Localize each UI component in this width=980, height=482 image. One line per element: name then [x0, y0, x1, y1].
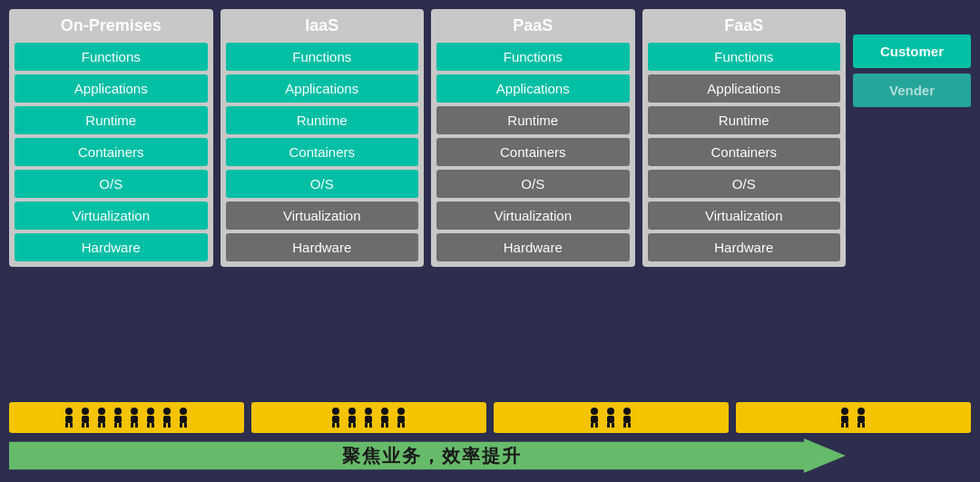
svg-rect-21 — [147, 416, 154, 423]
cell-virtualization: Virtualization — [436, 202, 630, 230]
svg-rect-65 — [841, 416, 848, 423]
svg-point-48 — [397, 408, 405, 415]
cell-functions: Functions — [15, 43, 208, 71]
svg-rect-61 — [623, 416, 631, 423]
svg-rect-27 — [168, 423, 171, 428]
column-title-faas: FaaS — [648, 16, 841, 35]
svg-rect-3 — [70, 423, 73, 428]
svg-rect-37 — [348, 416, 356, 423]
column-on-premises: On-PremisesFunctionsApplicationsRuntimeC… — [9, 9, 213, 267]
svg-rect-62 — [623, 423, 626, 428]
svg-point-20 — [147, 408, 154, 415]
people-cell-paas — [494, 402, 729, 433]
svg-rect-55 — [595, 423, 598, 428]
column-iaas: IaaSFunctionsApplicationsRuntimeContaine… — [220, 9, 425, 267]
cell-o-s: O/S — [15, 170, 208, 198]
svg-rect-7 — [86, 423, 89, 428]
svg-rect-5 — [82, 416, 89, 423]
column-title-iaas: IaaS — [226, 16, 419, 35]
cell-runtime: Runtime — [15, 106, 208, 134]
main-container: On-PremisesFunctionsApplicationsRuntimeC… — [0, 0, 980, 482]
arrow-shape: 聚焦业务，效率提升 — [9, 438, 846, 473]
svg-rect-35 — [337, 423, 339, 428]
svg-point-12 — [114, 408, 122, 415]
svg-rect-19 — [135, 423, 138, 428]
svg-point-56 — [607, 408, 614, 415]
columns-area: On-PremisesFunctionsApplicationsRuntimeC… — [9, 9, 846, 267]
cell-containers: Containers — [15, 138, 208, 166]
svg-rect-67 — [846, 423, 848, 428]
cell-hardware: Hardware — [648, 233, 841, 261]
cell-o-s: O/S — [436, 170, 630, 198]
cell-containers: Containers — [648, 138, 841, 166]
svg-point-60 — [623, 408, 631, 415]
cell-containers: Containers — [436, 138, 630, 166]
svg-rect-49 — [397, 416, 405, 423]
svg-rect-14 — [114, 423, 117, 428]
arrow-row: 聚焦业务，效率提升 — [9, 435, 971, 478]
cell-applications: Applications — [436, 74, 630, 103]
svg-rect-66 — [841, 423, 844, 428]
cell-applications: Applications — [226, 74, 419, 103]
svg-rect-29 — [180, 416, 187, 423]
svg-rect-47 — [386, 423, 388, 428]
svg-point-16 — [131, 408, 138, 415]
cell-functions: Functions — [226, 43, 419, 71]
svg-rect-9 — [98, 416, 105, 423]
legend-box: Customer Vender — [853, 9, 971, 107]
column-title-on-premises: On-Premises — [15, 16, 208, 35]
cell-applications: Applications — [648, 74, 841, 103]
svg-rect-45 — [381, 416, 388, 423]
svg-point-36 — [348, 408, 356, 415]
bottom-section: 聚焦业务，效率提升 — [9, 397, 971, 482]
cell-o-s: O/S — [226, 170, 419, 198]
svg-rect-63 — [628, 423, 631, 428]
svg-rect-42 — [365, 423, 368, 428]
svg-rect-34 — [332, 423, 335, 428]
svg-point-40 — [365, 408, 372, 415]
svg-rect-26 — [163, 423, 166, 428]
svg-point-64 — [841, 408, 848, 415]
svg-rect-6 — [82, 423, 84, 428]
svg-point-32 — [332, 408, 339, 415]
svg-rect-23 — [152, 423, 154, 428]
svg-rect-33 — [332, 416, 339, 423]
cell-o-s: O/S — [648, 170, 841, 198]
cell-functions: Functions — [648, 43, 841, 71]
svg-rect-71 — [862, 423, 865, 428]
cell-runtime: Runtime — [436, 106, 630, 134]
svg-rect-17 — [131, 416, 138, 423]
column-title-paas: PaaS — [436, 16, 630, 35]
svg-point-4 — [82, 408, 89, 415]
svg-rect-50 — [397, 423, 400, 428]
people-cell-on-premises — [9, 402, 244, 433]
svg-point-44 — [381, 408, 388, 415]
top-section: On-PremisesFunctionsApplicationsRuntimeC… — [9, 9, 971, 397]
svg-rect-70 — [858, 423, 860, 428]
column-paas: PaaSFunctionsApplicationsRuntimeContaine… — [431, 9, 635, 267]
column-faas: FaaSFunctionsApplicationsRuntimeContaine… — [642, 9, 847, 267]
cell-runtime: Runtime — [648, 106, 841, 134]
svg-point-52 — [591, 408, 598, 415]
cell-runtime: Runtime — [226, 106, 419, 134]
legend-customer: Customer — [853, 34, 971, 68]
people-row — [9, 402, 971, 433]
svg-rect-15 — [119, 423, 122, 428]
svg-rect-69 — [858, 416, 865, 423]
svg-rect-58 — [607, 423, 610, 428]
svg-rect-46 — [381, 423, 384, 428]
svg-rect-57 — [607, 416, 614, 423]
cell-virtualization: Virtualization — [15, 202, 208, 230]
svg-rect-41 — [365, 416, 372, 423]
svg-point-0 — [65, 408, 73, 415]
svg-rect-10 — [98, 423, 101, 428]
cell-applications: Applications — [15, 74, 208, 103]
svg-rect-51 — [402, 423, 405, 428]
arrow-text: 聚焦业务，效率提升 — [333, 444, 522, 468]
svg-rect-43 — [369, 423, 372, 428]
svg-rect-39 — [353, 423, 356, 428]
svg-rect-59 — [612, 423, 614, 428]
svg-rect-54 — [591, 423, 593, 428]
svg-point-8 — [98, 408, 105, 415]
svg-rect-53 — [591, 416, 598, 423]
